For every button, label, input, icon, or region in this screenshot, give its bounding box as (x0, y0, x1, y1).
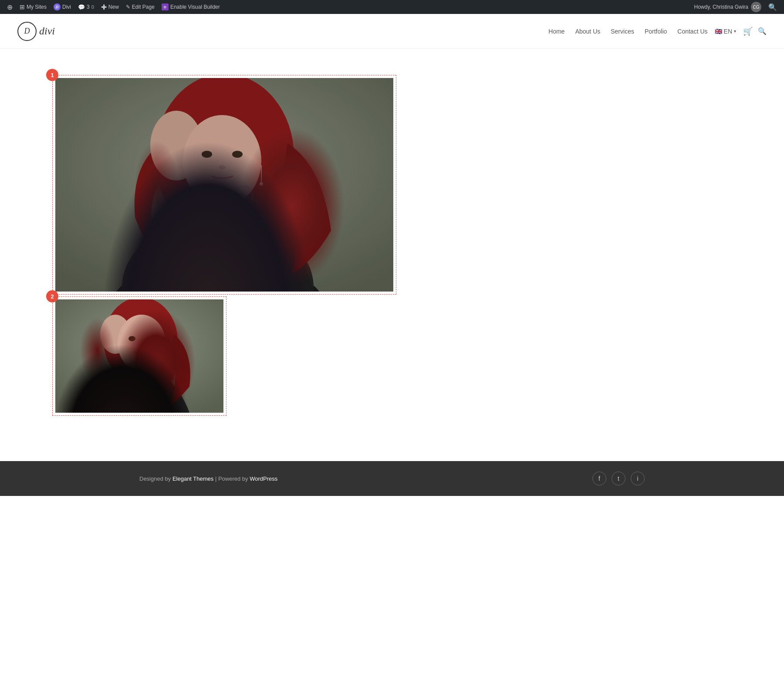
footer-twitter-button[interactable]: t (612, 472, 625, 485)
new-label: New (108, 4, 119, 10)
nav-contact[interactable]: Contact Us (677, 27, 707, 35)
footer-instagram-button[interactable]: i (631, 472, 645, 485)
admin-bar-comments[interactable]: 💬 3 0 (74, 0, 98, 14)
my-sites-icon: ⊞ (20, 3, 25, 10)
svg-point-25 (128, 336, 135, 341)
twitter-icon: t (618, 475, 619, 482)
admin-bar-divi[interactable]: D Divi (50, 0, 74, 14)
divi-visual-icon: D (162, 3, 169, 10)
nav-about-link[interactable]: About Us (575, 28, 601, 35)
page-section-1: 1 (52, 75, 396, 295)
svg-point-26 (148, 336, 155, 341)
admin-bar-wp-icon[interactable]: ⊕ (3, 0, 16, 14)
footer-powered-by: | Powered by (215, 475, 250, 482)
cart-icon: 🛒 (743, 27, 753, 36)
svg-point-33 (137, 381, 159, 397)
instagram-icon: i (637, 475, 638, 482)
nav-about[interactable]: About Us (575, 27, 601, 35)
footer-wordpress-link[interactable]: WordPress (250, 475, 277, 482)
svg-rect-21 (55, 299, 223, 413)
admin-bar-visual-builder[interactable]: D Enable Visual Builder (158, 0, 223, 14)
new-icon: ✚ (101, 3, 107, 11)
admin-bar: ⊕ ⊞ My Sites D Divi 💬 3 0 ✚ New ✎ Edit P… (0, 0, 784, 14)
portrait-image-2 (55, 299, 223, 413)
section-2-image (55, 299, 223, 413)
comments-count: 3 (87, 4, 90, 10)
nav-services-link[interactable]: Services (611, 28, 634, 35)
enable-visual-builder-label: Enable Visual Builder (170, 4, 220, 10)
section-1-container (52, 75, 396, 295)
svg-point-24 (118, 315, 166, 371)
svg-point-27 (139, 345, 144, 348)
portrait-overlay-1 (55, 78, 393, 292)
facebook-icon: f (598, 475, 600, 482)
admin-bar-new[interactable]: ✚ New (98, 0, 122, 14)
footer-designed-by: Designed by (139, 475, 172, 482)
footer-social-links: f t i (592, 472, 645, 485)
chevron-down-icon: ▾ (734, 29, 736, 34)
section-2-container (52, 296, 226, 416)
portrait-svg-2 (55, 299, 223, 413)
navbar: D divi Home About Us Services Portfolio … (0, 14, 784, 49)
footer-credits: Designed by Elegant Themes | Powered by … (139, 475, 277, 482)
nav-portfolio-link[interactable]: Portfolio (645, 28, 667, 35)
nav-language-selector[interactable]: 🇬🇧 EN ▾ (715, 28, 736, 35)
logo[interactable]: D divi (17, 22, 55, 41)
divi-icon: D (54, 3, 61, 10)
svg-point-28 (119, 369, 138, 382)
comments-icon: 💬 (78, 4, 85, 10)
svg-point-22 (104, 299, 178, 384)
comment-new-count: 0 (91, 4, 94, 10)
logo-letter: D (24, 27, 30, 36)
admin-howdy: Howdy, Christina Gwira CG (691, 0, 765, 14)
admin-avatar: CG (751, 2, 761, 12)
svg-rect-31 (157, 376, 159, 380)
svg-rect-32 (161, 377, 163, 381)
svg-point-23 (100, 315, 131, 354)
svg-point-29 (149, 373, 169, 387)
main-content: 1 (0, 49, 784, 444)
nav-home[interactable]: Home (548, 27, 564, 35)
lang-label: EN (724, 28, 732, 35)
wordpress-icon: ⊕ (7, 3, 13, 11)
howdy-text: Howdy, Christina Gwira (694, 4, 748, 10)
admin-search-button[interactable]: 🔍 (765, 0, 781, 14)
search-icon: 🔍 (768, 3, 777, 11)
nav-links: Home About Us Services Portfolio Contact… (548, 27, 707, 35)
flag-icon: 🇬🇧 (715, 28, 722, 35)
section-badge-1: 1 (46, 69, 58, 81)
svg-rect-20 (55, 299, 223, 413)
divi-label: Divi (62, 4, 71, 10)
footer-wrapper: Designed by Elegant Themes | Powered by … (131, 472, 653, 485)
admin-bar-edit-page[interactable]: ✎ Edit Page (122, 0, 158, 14)
footer-facebook-button[interactable]: f (592, 472, 606, 485)
section-badge-2: 2 (46, 290, 58, 302)
footer: Designed by Elegant Themes | Powered by … (0, 461, 784, 496)
logo-name: divi (39, 25, 55, 37)
footer-elegant-themes-link[interactable]: Elegant Themes (172, 475, 213, 482)
nav-portfolio[interactable]: Portfolio (645, 27, 667, 35)
portrait-image-1 (55, 78, 393, 292)
edit-page-label: Edit Page (132, 4, 155, 10)
nav-search-button[interactable]: 🔍 (758, 27, 767, 35)
nav-contact-link[interactable]: Contact Us (677, 28, 707, 35)
edit-icon: ✎ (126, 4, 130, 10)
nav-services[interactable]: Services (611, 27, 634, 35)
admin-bar-my-sites[interactable]: ⊞ My Sites (16, 0, 50, 14)
logo-circle: D (17, 22, 37, 41)
search-icon: 🔍 (758, 27, 767, 35)
nav-home-link[interactable]: Home (548, 28, 564, 35)
svg-rect-30 (153, 377, 155, 381)
section-1-image (55, 78, 393, 292)
nav-cart-button[interactable]: 🛒 (743, 27, 753, 36)
page-section-2: 2 (52, 296, 396, 416)
my-sites-label: My Sites (27, 4, 47, 10)
